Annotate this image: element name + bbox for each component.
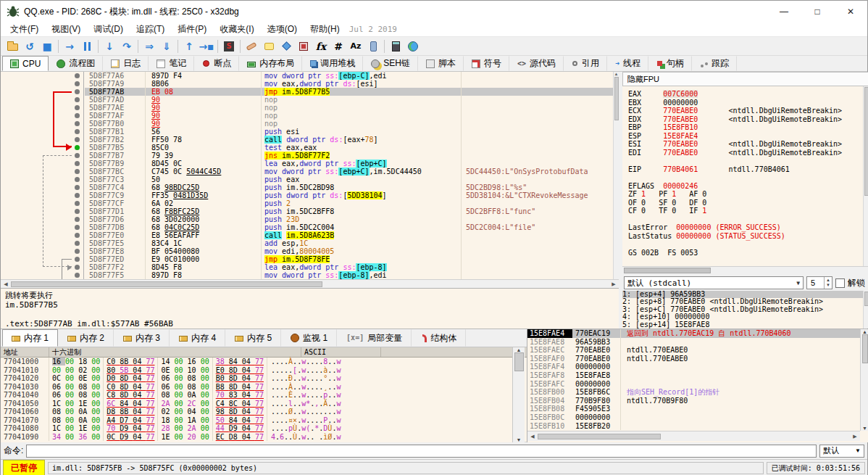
disasm-row[interactable]: 5D8F77D668 3D020000push 23D [85, 215, 613, 223]
dump-row[interactable]: 7704109034 00 36 000C D9 04 771E 00 20 0… [1, 433, 512, 442]
register-line[interactable]: EAX 007C6000 [628, 90, 863, 99]
disasm-row[interactable]: 5D8F77DB68 04C0C25Dpush im.5DC2C0045DC2C… [85, 223, 613, 231]
dump-vscrollbar[interactable]: ▲▼ [512, 347, 525, 442]
register-line[interactable]: LastError 00000000 (ERROR_SUCCESS) [628, 223, 863, 232]
tab-笔记[interactable]: 笔记 [149, 56, 194, 71]
breakpoint-dot[interactable] [75, 257, 80, 262]
disasm-row[interactable]: 5D8F77B98D45 0Clea eax,dword ptr ss:[ebp… [85, 160, 613, 168]
disasm-row[interactable]: 5D8F77AD90nop [85, 96, 613, 104]
execute-till-return-icon[interactable]: ↑ [180, 38, 198, 54]
register-line[interactable]: EBP 15E8FB10 [628, 123, 863, 132]
disassembly-panel[interactable]: 5D8F77A6897D F4mov dword ptr ss:[ebp-C],… [1, 72, 619, 279]
register-line[interactable]: ECX 770EABE0 <ntdll.DbgUiRemoteBreakin> [628, 107, 863, 115]
disasm-row[interactable]: 5D8F77B585C0test eax,eax [85, 144, 613, 152]
dump-column-header[interactable]: 十六进制 [49, 347, 301, 357]
registers-hscrollbar[interactable] [622, 266, 868, 275]
breakpoint-dot[interactable] [75, 161, 80, 166]
scroll-thumb[interactable] [11, 281, 322, 287]
tab-内存布局[interactable]: 内存布局 [239, 56, 302, 71]
stop-icon[interactable]: ■ [38, 38, 56, 54]
dump-row[interactable]: 7704103006 00 08 00C0 8D 04 7706 00 08 0… [1, 383, 512, 392]
tab-句柄[interactable]: 句柄 [648, 56, 692, 71]
open-file-icon[interactable] [4, 38, 21, 54]
globe-icon[interactable] [404, 38, 422, 54]
stack-view[interactable]: 15E8FAE4770EAC19返回到 ntdll.770EAC19 自 ntd… [527, 329, 860, 431]
tab-脚本[interactable]: 脚本 [418, 56, 464, 71]
breakpoint-dot[interactable] [75, 145, 80, 150]
register-line[interactable] [628, 157, 863, 165]
breakpoint-dot[interactable] [75, 241, 80, 246]
disasm-row[interactable]: 5D8F77CF6A 02push 2 [85, 199, 613, 207]
register-line[interactable]: EDX 770EABE0 <ntdll.DbgUiRemoteBreakin> [628, 115, 863, 124]
register-line[interactable]: EDI 770EABE0 <ntdll.DbgUiRemoteBreakin> [628, 149, 863, 157]
disasm-row[interactable]: 5D8F77A6897D F4mov dword ptr ss:[ebp-C],… [85, 72, 613, 80]
functions-icon[interactable]: fx [312, 38, 330, 54]
menu-item[interactable]: 收藏夹(I) [213, 22, 260, 37]
stack-hscrollbar[interactable]: ◀ ▶ [527, 431, 860, 441]
register-line[interactable]: EFLAGS 00000246 [628, 182, 863, 191]
tab-内存-2[interactable]: 内存 2 [58, 329, 114, 347]
checkbox-icon[interactable] [835, 278, 845, 288]
tab-源代码[interactable]: <>源代码 [509, 56, 564, 71]
breakpoint-dot[interactable] [75, 89, 80, 94]
stack-row[interactable]: 15E8FAF0770EABE0ntdll.770EABE0 [527, 355, 860, 363]
breakpoint-dot[interactable] [75, 225, 80, 230]
tab-seh链[interactable]: SEH链 [363, 56, 418, 71]
patches-icon[interactable] [243, 38, 260, 54]
scroll-thumb[interactable] [538, 434, 661, 439]
breakpoint-dot[interactable] [75, 153, 80, 158]
tab-日志[interactable]: 日志 [103, 56, 149, 71]
bookmarks-icon[interactable] [295, 38, 312, 54]
tab-内存-4[interactable]: 内存 4 [170, 329, 225, 347]
register-line[interactable]: GS 002B FS 0053 [628, 249, 863, 257]
dump-row[interactable]: 770410801C 00 1E 0070 D9 04 7728 00 2A 0… [1, 424, 512, 433]
stack-row[interactable]: 15E8FB1015E8FB20 [527, 422, 860, 431]
disasm-row[interactable]: 5D8F77E0E8 56EAFAFFcall im.5D8A623B [85, 231, 613, 239]
dump-row[interactable]: 770410501C 00 1E 006C 84 04 772A 00 2C 0… [1, 400, 512, 408]
disasm-row[interactable]: 5D8F77C350push eax [85, 175, 613, 183]
stack-row[interactable]: 15E8FAE4770EAC19返回到 ntdll.770EAC19 自 ntd… [527, 329, 860, 338]
breakpoint-dot[interactable] [75, 81, 80, 86]
dump-row[interactable]: 7704100016 00 18 00C0 8B 04 7714 00 16 0… [1, 358, 512, 366]
tab-符号[interactable]: 符号 [464, 56, 509, 71]
call-arguments-list[interactable]: 1: [esp+4] 96A59BB32: [esp+8] 770EABE0 <… [622, 291, 863, 329]
stack-row[interactable]: 15E8FAF400000000 [527, 363, 860, 371]
breakpoint-dot[interactable] [75, 169, 80, 174]
breakpoint-dot[interactable] [75, 265, 80, 270]
command-profile-select[interactable]: 默认 ▼ [819, 445, 864, 458]
register-line[interactable] [628, 173, 863, 182]
breakpoint-dot[interactable] [75, 193, 80, 198]
tab-结构体[interactable]: 结构体 [412, 329, 466, 347]
register-line[interactable]: LastStatus 00000000 (STATUS_SUCCESS) [628, 232, 863, 241]
register-line[interactable]: EBX 00000000 [628, 99, 863, 107]
tab-引用[interactable]: 引用 [564, 56, 607, 71]
registers-vscrollbar[interactable] [863, 86, 868, 266]
register-line[interactable]: ZF 1 PF 1 AF 0 [628, 190, 863, 199]
strings-icon[interactable]: Az [347, 38, 364, 54]
disasm-row[interactable]: 5D8F77BCC745 0C 5044C45Dmov dword ptr ss… [85, 168, 613, 175]
disasm-row[interactable]: 5D8F77B090nop [85, 120, 613, 128]
stack-row[interactable]: 15E8FB08F45905E3 [527, 405, 860, 413]
tab-跟踪[interactable]: 跟踪 [692, 56, 737, 71]
tab-监视-1[interactable]: 监视 1 [281, 329, 337, 347]
menu-item[interactable]: 调试(D) [87, 22, 130, 37]
hash-icon[interactable]: # [330, 38, 347, 54]
dump-row[interactable]: 7704101000 00 02 0080 5B 04 770E 00 10 0… [1, 366, 512, 375]
disasm-row[interactable]: 5D8F77EDE9 0C010000jmp im.5D8F78FE [85, 255, 613, 263]
menu-item[interactable]: 插件(P) [171, 22, 213, 37]
stack-row[interactable]: 15E8FAFC00000000 [527, 380, 860, 389]
stack-vscrollbar[interactable]: ▲▼ [860, 329, 868, 431]
disasm-row[interactable]: 5D8F77B156push esi [85, 128, 613, 136]
tab-cpu[interactable]: CPU [2, 56, 49, 71]
tab-断点[interactable]: 断点 [194, 56, 239, 71]
tab-调用堆栈[interactable]: 调用堆栈 [302, 56, 363, 71]
disasm-vscrollbar[interactable]: ▲ [613, 72, 619, 279]
stack-row[interactable]: 15E8FB0015E8FB6C指向SEH_Record[1]的指针 [527, 388, 860, 397]
hide-fpu-button[interactable]: 隐藏FPU [622, 72, 868, 86]
disasm-row[interactable]: 5D8F77AE90nop [85, 104, 613, 112]
dump-column-header[interactable]: ASCII [301, 347, 381, 357]
register-line[interactable]: CF 0 TF 0 IF 1 [628, 207, 863, 215]
comments-icon[interactable] [260, 38, 277, 54]
pause-icon[interactable] [78, 38, 96, 54]
stack-row[interactable]: 15E8FAE896A59BB3 [527, 338, 860, 347]
